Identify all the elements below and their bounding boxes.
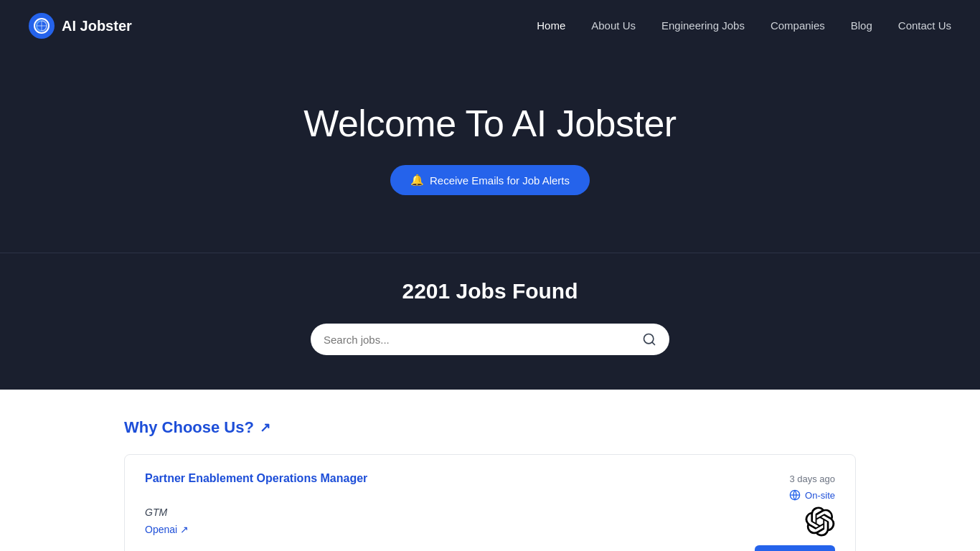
nav-about[interactable]: About Us <box>591 19 636 32</box>
job-work-type: On-site <box>755 489 835 501</box>
hero-title: Welcome To AI Jobster <box>29 102 951 145</box>
job-company-link[interactable]: Openai ↗ <box>145 524 743 535</box>
nav-engineering-jobs[interactable]: Engineering Jobs <box>661 19 745 32</box>
job-department: GTM <box>145 507 743 518</box>
jobs-found-count: 2201 Jobs Found <box>29 279 951 303</box>
nav-links: Home About Us Engineering Jobs Companies… <box>537 19 951 32</box>
navbar: AI Jobster Home About Us Engineering Job… <box>0 0 980 52</box>
why-choose-arrow: ↗ <box>260 420 270 435</box>
email-alerts-label: Receive Emails for Job Alerts <box>430 174 570 187</box>
hero-section: Welcome To AI Jobster 🔔 Receive Emails f… <box>0 52 980 253</box>
why-choose-heading: Why Choose Us? ↗ <box>124 418 856 437</box>
logo-icon <box>29 13 55 39</box>
nav-home[interactable]: Home <box>537 19 565 32</box>
search-button[interactable] <box>642 332 656 347</box>
search-input[interactable] <box>324 334 636 346</box>
apply-now-button[interactable]: Apply Now <box>755 545 835 551</box>
search-bar <box>311 324 669 355</box>
bell-icon: 🔔 <box>410 174 424 187</box>
job-card: Partner Enablement Operations Manager 3 … <box>124 454 856 551</box>
nav-companies[interactable]: Companies <box>771 19 825 32</box>
search-icon <box>642 332 656 347</box>
nav-blog[interactable]: Blog <box>851 19 872 32</box>
main-content: Why Choose Us? ↗ Partner Enablement Oper… <box>95 390 885 551</box>
search-section: 2201 Jobs Found <box>0 253 980 390</box>
svg-line-4 <box>652 342 655 345</box>
brand-logo[interactable]: AI Jobster <box>29 13 132 39</box>
job-location: San Francisco Ca <box>145 548 743 551</box>
company-arrow: ↗ <box>180 524 189 535</box>
company-logo <box>755 507 835 537</box>
email-alerts-button[interactable]: 🔔 Receive Emails for Job Alerts <box>390 165 590 195</box>
globe-icon <box>789 489 801 501</box>
openai-logo-icon <box>805 507 835 537</box>
job-time: 3 days ago On-site <box>755 472 835 501</box>
nav-contact[interactable]: Contact Us <box>898 19 951 32</box>
job-title-link[interactable]: Partner Enablement Operations Manager <box>145 472 367 484</box>
brand-name: AI Jobster <box>62 18 132 34</box>
apply-button-wrap: Apply Now <box>755 545 835 551</box>
